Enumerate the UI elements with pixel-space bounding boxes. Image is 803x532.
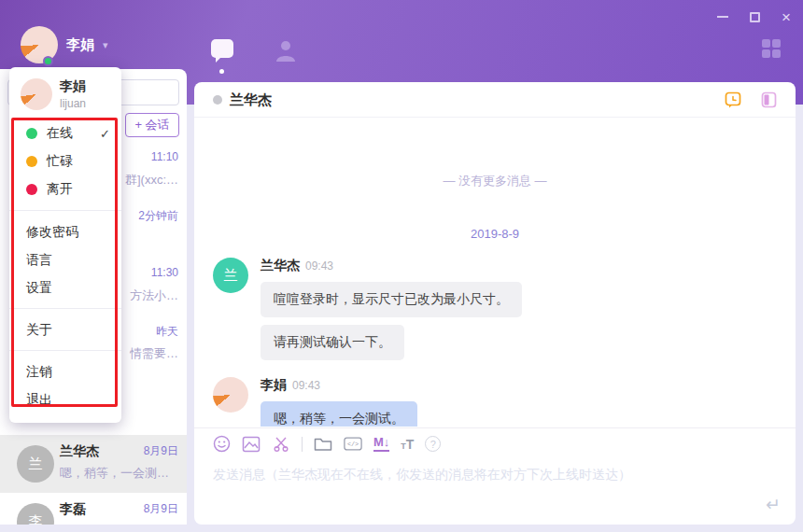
item-name: 李磊 xyxy=(60,501,86,518)
grid-square xyxy=(762,39,770,48)
user-dropdown-menu: 李娟 lijuan 在线 ✓ 忙碌 离开 修改密码 语言 设置 关于 注销 退出 xyxy=(9,67,121,423)
grid-square xyxy=(772,49,781,58)
date-divider: 2019-8-9 xyxy=(194,227,796,241)
app-grid-button[interactable] xyxy=(762,39,781,58)
composer-toolbar: </> M↓ TT ? xyxy=(194,427,796,459)
history-button[interactable] xyxy=(723,90,743,110)
item-time: 11:10 xyxy=(151,150,178,163)
maximize-button[interactable] xyxy=(745,7,764,26)
emoji-button[interactable] xyxy=(212,435,231,454)
tab-contacts[interactable] xyxy=(273,37,299,69)
status-option-online[interactable]: 在线 ✓ xyxy=(9,119,121,147)
image-icon xyxy=(242,436,261,453)
dropdown-user-account: lijuan xyxy=(60,97,86,110)
item-name: 兰华杰 xyxy=(60,443,99,460)
menu-item-exit[interactable]: 退出 xyxy=(9,385,121,413)
no-more-messages-label: — 没有更多消息 — xyxy=(194,173,796,189)
sender-name: 兰华杰 xyxy=(261,258,300,273)
avatar xyxy=(21,78,52,110)
menu-item-about[interactable]: 关于 xyxy=(9,315,121,343)
menu-divider xyxy=(9,350,121,351)
close-icon: × xyxy=(782,9,791,25)
current-user-name: 李娟 xyxy=(66,36,94,54)
minimize-icon xyxy=(717,16,728,18)
history-clock-icon xyxy=(724,91,742,109)
main-tabs xyxy=(209,37,299,69)
font-size-button[interactable]: TT xyxy=(401,437,414,452)
status-label: 在线 xyxy=(47,125,73,142)
file-button[interactable] xyxy=(314,435,332,454)
item-time: 2分钟前 xyxy=(138,208,178,224)
sidebar-toggle-button[interactable] xyxy=(758,90,779,110)
menu-item-change-password[interactable]: 修改密码 xyxy=(9,217,121,245)
toolbar-divider xyxy=(302,437,303,452)
item-time: 昨天 xyxy=(156,324,178,340)
chat-bubble-icon xyxy=(209,37,235,65)
grid-square xyxy=(772,39,781,48)
avatar xyxy=(213,377,248,413)
active-tab-dot xyxy=(219,69,224,74)
markdown-toggle[interactable]: M↓ xyxy=(373,436,389,451)
app-window: × 李娟 ▾ xyxy=(0,0,803,532)
minimize-button[interactable] xyxy=(713,7,732,26)
online-status-dot xyxy=(43,56,53,66)
status-option-busy[interactable]: 忙碌 xyxy=(9,147,121,175)
status-option-away[interactable]: 离开 xyxy=(9,175,121,203)
message-time: 09:43 xyxy=(305,259,333,273)
code-button[interactable]: </> xyxy=(344,435,362,454)
send-enter-icon[interactable]: ↵ xyxy=(766,494,781,515)
message-bubble: 请再测试确认一下。 xyxy=(261,325,404,360)
busy-dot xyxy=(26,156,37,167)
item-preview: 嗯，稍等，一会测试。 xyxy=(60,465,179,482)
chat-header: 兰华杰 xyxy=(194,82,796,118)
message-sender: 兰华杰09:43 xyxy=(261,258,522,274)
new-chat-button[interactable]: + 会话 xyxy=(125,113,179,137)
item-preview: 情需要… xyxy=(130,345,178,362)
maximize-icon xyxy=(750,12,760,22)
item-time: 11:30 xyxy=(151,266,178,279)
contacts-person-icon xyxy=(273,37,299,65)
chevron-down-icon: ▾ xyxy=(103,39,108,51)
help-icon[interactable]: ? xyxy=(425,436,441,452)
message-history: — 没有更多消息 — 2019-8-9 兰 兰华杰09:43 喧喧登录时，显示尺… xyxy=(194,119,796,427)
message-bubble: 嗯，稍等，一会测试。 xyxy=(261,401,417,427)
message-sender: 李娟09:43 xyxy=(261,377,417,394)
item-preview: 方法小… xyxy=(130,287,178,304)
code-icon: </> xyxy=(344,436,362,452)
message-group: 李娟09:43 嗯，稍等，一会测试。 xyxy=(194,377,796,427)
message-group: 兰 兰华杰09:43 喧喧登录时，显示尺寸已改为最小尺寸。 请再测试确认一下。 xyxy=(194,258,796,360)
online-dot xyxy=(26,128,37,139)
chat-title: 兰华杰 xyxy=(230,91,272,109)
composer-area: ↵ xyxy=(194,459,796,525)
item-time: 8月9日 xyxy=(144,443,178,459)
avatar: 李 xyxy=(17,503,54,525)
svg-text:</>: </> xyxy=(347,441,359,448)
avatar: 兰 xyxy=(17,445,54,483)
screenshot-button[interactable] xyxy=(272,435,290,454)
list-item-selected[interactable]: 兰 兰华杰 8月9日 嗯，稍等，一会测试。 xyxy=(0,435,187,493)
list-item[interactable]: 李 李磊 8月9日 xyxy=(0,493,187,525)
emoji-smiley-icon xyxy=(213,435,231,453)
item-preview: 群](xxc:… xyxy=(125,172,178,189)
avatar: 兰 xyxy=(213,258,248,293)
dropdown-user-info: 李娟 lijuan xyxy=(9,67,121,119)
sidebar-panel-icon xyxy=(760,91,778,109)
status-label: 离开 xyxy=(47,181,73,198)
message-bubble: 喧喧登录时，显示尺寸已改为最小尺寸。 xyxy=(261,282,522,317)
grid-square xyxy=(762,49,770,58)
menu-item-settings[interactable]: 设置 xyxy=(9,273,121,301)
scissors-icon xyxy=(273,435,290,453)
menu-item-language[interactable]: 语言 xyxy=(9,245,121,273)
item-time: 8月9日 xyxy=(144,501,178,517)
sender-name: 李娟 xyxy=(261,377,287,392)
menu-divider xyxy=(9,308,121,309)
image-button[interactable] xyxy=(242,435,261,454)
away-dot xyxy=(26,184,37,195)
menu-item-logout[interactable]: 注销 xyxy=(9,357,121,385)
current-user-menu-trigger[interactable]: 李娟 ▾ xyxy=(21,26,108,63)
message-input[interactable] xyxy=(213,467,773,521)
current-user-avatar xyxy=(21,26,58,63)
close-button[interactable]: × xyxy=(777,7,796,26)
offline-status-dot xyxy=(213,95,222,105)
tab-chats[interactable] xyxy=(209,37,235,69)
